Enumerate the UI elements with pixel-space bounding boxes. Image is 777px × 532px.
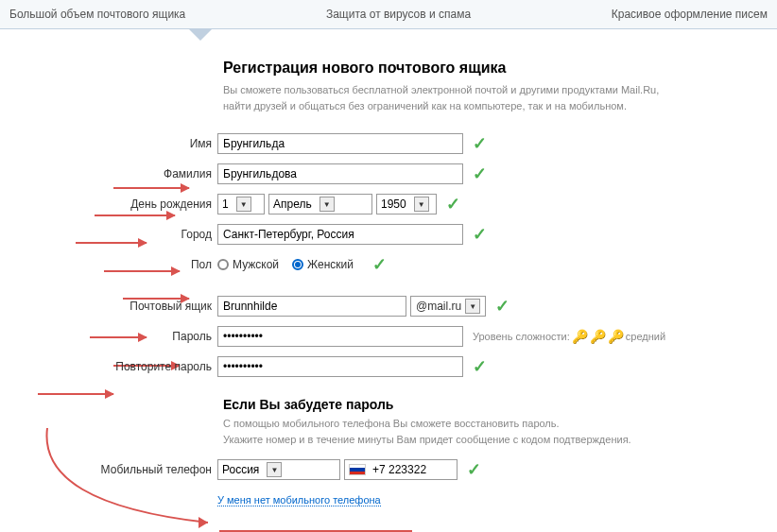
label-password-repeat: Повторите пароль xyxy=(0,360,217,373)
country-select[interactable]: Россия ▼ xyxy=(217,459,340,480)
month-select[interactable]: Апрель ▼ xyxy=(268,194,372,215)
checkmark-icon: ✓ xyxy=(446,194,460,215)
label-gender: Пол xyxy=(0,258,217,271)
name-input[interactable] xyxy=(217,133,463,154)
top-bar: Большой объем почтового ящика Защита от … xyxy=(0,0,777,29)
top-feature-1: Большой объем почтового ящика xyxy=(9,8,185,21)
mailbox-input[interactable] xyxy=(217,296,406,317)
page-title: Регистрация нового почтового ящика xyxy=(223,60,768,77)
gender-female-radio[interactable]: Женский xyxy=(292,258,354,271)
forgot-section: Если Вы забудете пароль С помощью мобиль… xyxy=(223,397,768,447)
radio-icon xyxy=(217,259,229,270)
checkmark-icon: ✓ xyxy=(473,163,487,184)
forgot-sub2: Укажите номер и в течение минуты Вам при… xyxy=(223,432,768,448)
radio-icon xyxy=(292,259,303,270)
label-mailbox: Почтовый ящик xyxy=(0,300,217,313)
top-feature-2: Защита от вирусов и спама xyxy=(326,8,471,21)
checkmark-icon: ✓ xyxy=(467,459,481,480)
russia-flag-icon xyxy=(349,464,366,475)
page-subtitle-1: Вы сможете пользоваться бесплатной элект… xyxy=(223,82,768,98)
year-select[interactable]: 1950 ▼ xyxy=(376,194,437,215)
password-strength: Уровень сложности: 🔑 🔑 🔑 средний xyxy=(473,329,665,344)
label-surname: Фамилия xyxy=(0,167,217,180)
chevron-down-icon: ▼ xyxy=(414,197,429,212)
chevron-down-icon: ▼ xyxy=(236,197,251,212)
chevron-down-icon: ▼ xyxy=(267,462,282,477)
svg-marker-0 xyxy=(199,517,208,528)
label-phone: Мобильный телефон xyxy=(0,463,217,476)
password-repeat-input[interactable] xyxy=(217,356,463,377)
label-birthday: День рождения xyxy=(0,197,217,211)
annotation-arrow xyxy=(113,187,189,189)
no-phone-link[interactable]: У меня нет мобильного телефона xyxy=(217,494,381,506)
label-city: Город xyxy=(0,228,217,241)
top-feature-3: Красивое оформление писем xyxy=(612,8,768,21)
forgot-title: Если Вы забудете пароль xyxy=(223,397,768,412)
label-password: Пароль xyxy=(0,330,217,343)
gender-male-radio[interactable]: Мужской xyxy=(217,258,279,271)
chevron-down-icon: ▼ xyxy=(319,197,335,212)
key-icon: 🔑 xyxy=(572,329,588,344)
key-icon: 🔑 xyxy=(608,329,624,344)
speech-pointer xyxy=(189,29,212,41)
annotation-arrow xyxy=(38,393,113,395)
page-subtitle-2: найти друзей и общаться без ограничений … xyxy=(223,98,768,114)
label-name: Имя xyxy=(0,137,217,150)
surname-input[interactable] xyxy=(217,163,463,184)
password-input[interactable] xyxy=(217,326,463,347)
key-icon: 🔑 xyxy=(590,329,606,344)
chevron-down-icon: ▼ xyxy=(465,299,480,314)
phone-input-wrap xyxy=(344,459,458,480)
phone-input[interactable] xyxy=(368,462,453,477)
domain-select[interactable]: @mail.ru ▼ xyxy=(410,296,486,317)
checkmark-icon: ✓ xyxy=(372,254,387,275)
checkmark-icon: ✓ xyxy=(473,224,487,245)
checkmark-icon: ✓ xyxy=(473,356,487,377)
day-select[interactable]: 1 ▼ xyxy=(217,194,265,215)
checkmark-icon: ✓ xyxy=(473,133,487,154)
checkmark-icon: ✓ xyxy=(495,296,509,317)
page-header: Регистрация нового почтового ящика Вы см… xyxy=(223,60,768,113)
forgot-sub1: С помощью мобильного телефона Вы сможете… xyxy=(223,416,768,432)
city-input[interactable] xyxy=(217,224,463,245)
